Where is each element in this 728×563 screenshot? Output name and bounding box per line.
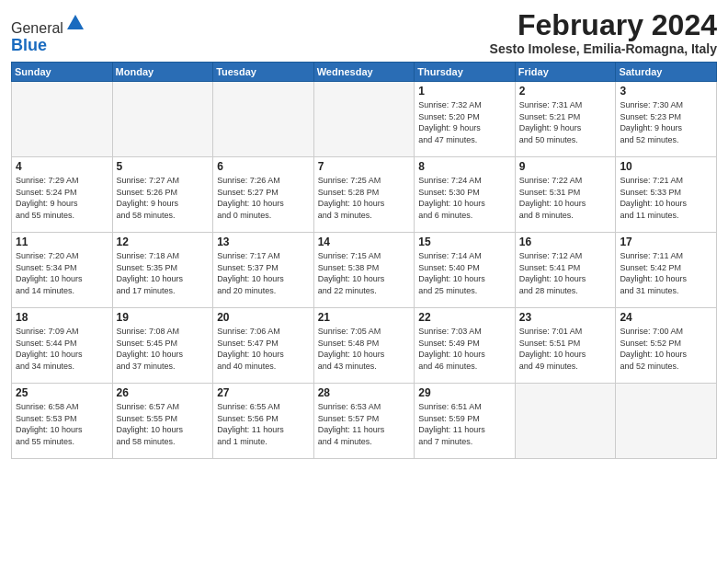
- day-number: 6: [217, 160, 310, 173]
- day-info: Sunrise: 7:26 AM Sunset: 5:27 PM Dayligh…: [217, 175, 310, 221]
- calendar-cell: 3Sunrise: 7:30 AM Sunset: 5:23 PM Daylig…: [616, 82, 717, 157]
- calendar-cell: 22Sunrise: 7:03 AM Sunset: 5:49 PM Dayli…: [415, 308, 516, 384]
- calendar-cell: 8Sunrise: 7:24 AM Sunset: 5:30 PM Daylig…: [415, 157, 516, 233]
- calendar-cell: [313, 82, 415, 157]
- day-info: Sunrise: 7:29 AM Sunset: 5:24 PM Dayligh…: [16, 175, 108, 221]
- page-container: General Blue February 2024 Sesto Imolese…: [0, 0, 728, 466]
- day-info: Sunrise: 7:21 AM Sunset: 5:33 PM Dayligh…: [620, 175, 712, 221]
- calendar-cell: 23Sunrise: 7:01 AM Sunset: 5:51 PM Dayli…: [515, 308, 616, 384]
- header-sunday: Sunday: [12, 63, 113, 82]
- day-number: 15: [418, 236, 511, 248]
- day-number: 19: [117, 311, 210, 324]
- calendar-week-0: 1Sunrise: 7:32 AM Sunset: 5:20 PM Daylig…: [12, 82, 717, 157]
- calendar-week-4: 25Sunrise: 6:58 AM Sunset: 5:53 PM Dayli…: [12, 384, 717, 459]
- calendar-cell: 9Sunrise: 7:22 AM Sunset: 5:31 PM Daylig…: [515, 157, 616, 233]
- header-wednesday: Wednesday: [313, 63, 415, 82]
- day-info: Sunrise: 7:15 AM Sunset: 5:38 PM Dayligh…: [318, 250, 411, 296]
- day-info: Sunrise: 6:57 AM Sunset: 5:55 PM Dayligh…: [117, 401, 210, 447]
- calendar-week-2: 11Sunrise: 7:20 AM Sunset: 5:34 PM Dayli…: [12, 233, 717, 308]
- header-friday: Friday: [515, 63, 616, 82]
- header-monday: Monday: [112, 63, 213, 82]
- day-info: Sunrise: 7:03 AM Sunset: 5:49 PM Dayligh…: [418, 326, 511, 372]
- day-info: Sunrise: 6:53 AM Sunset: 5:57 PM Dayligh…: [318, 401, 411, 447]
- day-number: 16: [519, 236, 612, 248]
- day-number: 2: [519, 85, 612, 98]
- logo-blue-text: Blue: [11, 37, 85, 53]
- day-number: 8: [418, 160, 511, 173]
- header-thursday: Thursday: [415, 63, 516, 82]
- calendar-cell: 20Sunrise: 7:06 AM Sunset: 5:47 PM Dayli…: [213, 308, 314, 384]
- calendar-cell: [12, 82, 113, 157]
- day-info: Sunrise: 7:20 AM Sunset: 5:34 PM Dayligh…: [16, 250, 108, 296]
- month-title: February 2024: [490, 9, 717, 41]
- day-number: 23: [519, 311, 612, 324]
- day-info: Sunrise: 6:58 AM Sunset: 5:53 PM Dayligh…: [16, 401, 108, 447]
- day-info: Sunrise: 7:09 AM Sunset: 5:44 PM Dayligh…: [16, 326, 108, 372]
- calendar-cell: 13Sunrise: 7:17 AM Sunset: 5:37 PM Dayli…: [213, 233, 314, 308]
- day-number: 14: [318, 236, 411, 248]
- day-info: Sunrise: 7:06 AM Sunset: 5:47 PM Dayligh…: [217, 326, 310, 372]
- calendar-cell: 15Sunrise: 7:14 AM Sunset: 5:40 PM Dayli…: [415, 233, 516, 308]
- day-number: 11: [16, 236, 108, 248]
- logo-general: General: [11, 20, 63, 36]
- day-number: 26: [117, 386, 210, 399]
- calendar-cell: 18Sunrise: 7:09 AM Sunset: 5:44 PM Dayli…: [12, 308, 113, 384]
- day-number: 12: [117, 236, 210, 248]
- day-info: Sunrise: 7:24 AM Sunset: 5:30 PM Dayligh…: [418, 175, 511, 221]
- day-number: 5: [117, 160, 210, 173]
- calendar-cell: 26Sunrise: 6:57 AM Sunset: 5:55 PM Dayli…: [112, 384, 213, 459]
- day-info: Sunrise: 7:14 AM Sunset: 5:40 PM Dayligh…: [418, 250, 511, 296]
- svg-marker-0: [67, 15, 84, 29]
- calendar-cell: 1Sunrise: 7:32 AM Sunset: 5:20 PM Daylig…: [415, 82, 516, 157]
- day-info: Sunrise: 7:27 AM Sunset: 5:26 PM Dayligh…: [117, 175, 210, 221]
- calendar-cell: [515, 384, 616, 459]
- calendar-cell: 28Sunrise: 6:53 AM Sunset: 5:57 PM Dayli…: [313, 384, 415, 459]
- day-info: Sunrise: 7:00 AM Sunset: 5:52 PM Dayligh…: [620, 326, 712, 372]
- day-number: 13: [217, 236, 310, 248]
- calendar-week-3: 18Sunrise: 7:09 AM Sunset: 5:44 PM Dayli…: [12, 308, 717, 384]
- calendar-cell: 4Sunrise: 7:29 AM Sunset: 5:24 PM Daylig…: [12, 157, 113, 233]
- day-info: Sunrise: 6:51 AM Sunset: 5:59 PM Dayligh…: [418, 401, 511, 447]
- weekday-header-row: Sunday Monday Tuesday Wednesday Thursday…: [12, 63, 717, 82]
- day-info: Sunrise: 7:32 AM Sunset: 5:20 PM Dayligh…: [418, 99, 511, 145]
- logo: General Blue: [11, 13, 85, 53]
- logo-icon: [65, 13, 85, 33]
- day-number: 17: [620, 236, 712, 248]
- calendar-cell: 24Sunrise: 7:00 AM Sunset: 5:52 PM Dayli…: [616, 308, 717, 384]
- day-info: Sunrise: 7:01 AM Sunset: 5:51 PM Dayligh…: [519, 326, 612, 372]
- calendar-cell: 14Sunrise: 7:15 AM Sunset: 5:38 PM Dayli…: [313, 233, 415, 308]
- calendar-cell: 19Sunrise: 7:08 AM Sunset: 5:45 PM Dayli…: [112, 308, 213, 384]
- day-number: 25: [16, 386, 108, 399]
- calendar-cell: 17Sunrise: 7:11 AM Sunset: 5:42 PM Dayli…: [616, 233, 717, 308]
- calendar-cell: 11Sunrise: 7:20 AM Sunset: 5:34 PM Dayli…: [12, 233, 113, 308]
- day-number: 22: [418, 311, 511, 324]
- day-number: 29: [418, 386, 511, 399]
- location-title: Sesto Imolese, Emilia-Romagna, Italy: [490, 41, 717, 56]
- calendar-cell: 7Sunrise: 7:25 AM Sunset: 5:28 PM Daylig…: [313, 157, 415, 233]
- day-number: 18: [16, 311, 108, 324]
- day-info: Sunrise: 7:31 AM Sunset: 5:21 PM Dayligh…: [519, 99, 612, 145]
- calendar-cell: [616, 384, 717, 459]
- day-number: 24: [620, 311, 712, 324]
- day-number: 1: [418, 85, 511, 98]
- day-info: Sunrise: 7:25 AM Sunset: 5:28 PM Dayligh…: [318, 175, 411, 221]
- calendar-cell: 21Sunrise: 7:05 AM Sunset: 5:48 PM Dayli…: [313, 308, 415, 384]
- day-info: Sunrise: 7:11 AM Sunset: 5:42 PM Dayligh…: [620, 250, 712, 296]
- day-info: Sunrise: 7:22 AM Sunset: 5:31 PM Dayligh…: [519, 175, 612, 221]
- logo-text: General: [11, 13, 85, 37]
- header-tuesday: Tuesday: [213, 63, 314, 82]
- calendar-cell: 10Sunrise: 7:21 AM Sunset: 5:33 PM Dayli…: [616, 157, 717, 233]
- day-number: 9: [519, 160, 612, 173]
- day-info: Sunrise: 7:30 AM Sunset: 5:23 PM Dayligh…: [620, 99, 712, 145]
- title-area: February 2024 Sesto Imolese, Emilia-Roma…: [490, 9, 717, 56]
- day-number: 28: [318, 386, 411, 399]
- day-number: 4: [16, 160, 108, 173]
- calendar-cell: 2Sunrise: 7:31 AM Sunset: 5:21 PM Daylig…: [515, 82, 616, 157]
- day-info: Sunrise: 6:55 AM Sunset: 5:56 PM Dayligh…: [217, 401, 310, 447]
- calendar-cell: 29Sunrise: 6:51 AM Sunset: 5:59 PM Dayli…: [415, 384, 516, 459]
- header-saturday: Saturday: [616, 63, 717, 82]
- calendar-cell: 6Sunrise: 7:26 AM Sunset: 5:27 PM Daylig…: [213, 157, 314, 233]
- day-number: 27: [217, 386, 310, 399]
- calendar-cell: 25Sunrise: 6:58 AM Sunset: 5:53 PM Dayli…: [12, 384, 113, 459]
- calendar-week-1: 4Sunrise: 7:29 AM Sunset: 5:24 PM Daylig…: [12, 157, 717, 233]
